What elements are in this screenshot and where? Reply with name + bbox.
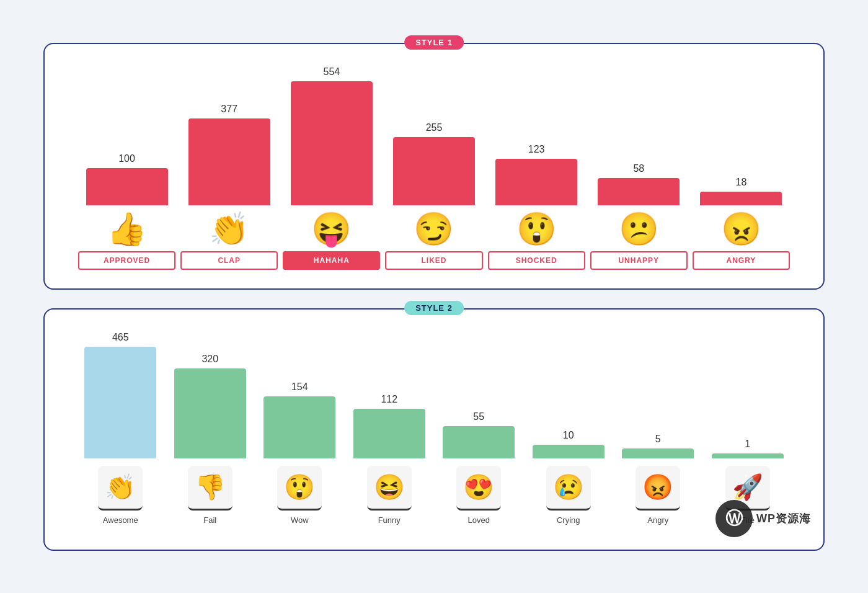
- bar-column: 112: [345, 394, 435, 458]
- emoji-label: Crying: [557, 515, 580, 525]
- style1-badge: STYLE 1: [404, 35, 464, 50]
- style1-emoji-row: 👍👏😝😏😲😕😠: [76, 213, 792, 245]
- emoji-box: 😢: [546, 466, 591, 511]
- emoji-label: Awesome: [103, 515, 138, 525]
- emoji-icon: 👍: [107, 213, 147, 245]
- emoji-box: 👏: [98, 466, 143, 511]
- style1-label-row[interactable]: APPROVEDCLAPHAHAHALIKEDSHOCKEDUNHAPPYANG…: [76, 251, 792, 270]
- label-button[interactable]: LIKED: [385, 251, 482, 270]
- label-button[interactable]: CLAP: [180, 251, 278, 270]
- wp-icon: Ⓦ: [715, 500, 753, 537]
- emoji-item: 😏: [383, 213, 485, 245]
- emoji-item: 👏: [178, 213, 280, 245]
- emoji-label: Funny: [378, 515, 401, 525]
- bar-value: 5: [655, 434, 661, 445]
- emoji-item2[interactable]: 😆Funny: [345, 466, 435, 525]
- emoji-icon: 👏: [209, 213, 249, 245]
- emoji-icon: 😠: [721, 213, 761, 245]
- bar-rect: [291, 81, 373, 205]
- bar-column: 320: [166, 354, 255, 458]
- label-button[interactable]: UNHAPPY: [590, 251, 688, 270]
- watermark-text: WP资源海: [756, 511, 811, 526]
- style2-chart: 465320154112551051: [76, 334, 792, 458]
- bar-value: 100: [118, 153, 135, 164]
- bar-column: 100: [76, 153, 178, 205]
- bar-rect: [495, 159, 577, 205]
- bar-column: 1: [703, 439, 793, 458]
- bar-value: 554: [324, 66, 340, 78]
- bar-rect: [86, 168, 168, 205]
- bar-value: 112: [381, 394, 397, 405]
- bar-value: 58: [633, 163, 644, 174]
- bar-rect: [264, 396, 335, 458]
- bar-column: 255: [383, 122, 485, 205]
- bar-rect: [533, 445, 604, 458]
- emoji-item2[interactable]: 😍Loved: [434, 466, 524, 525]
- emoji-box: 😡: [636, 466, 680, 511]
- label-button[interactable]: ANGRY: [693, 251, 790, 270]
- bar-rect: [174, 368, 246, 458]
- bar-value: 255: [426, 122, 443, 133]
- emoji-label: Fail: [203, 515, 216, 525]
- bar-rect: [188, 118, 270, 205]
- main-container: STYLE 1 1003775542551235818 👍👏😝😏😲😕😠 APPR…: [43, 43, 825, 551]
- emoji-item: 😠: [690, 213, 792, 245]
- emoji-icon: 😏: [414, 213, 454, 245]
- emoji-item: 😲: [485, 213, 588, 245]
- style2-panel: STYLE 2 465320154112551051 👏Awesome👎Fail…: [43, 308, 825, 551]
- bar-column: 18: [690, 177, 792, 205]
- bar-value: 320: [202, 354, 218, 365]
- emoji-item: 😕: [588, 213, 690, 245]
- style2-emoji-row: 👏Awesome👎Fail😲Wow😆Funny😍Loved😢Crying😡Ang…: [76, 466, 792, 525]
- bar-column: 154: [255, 381, 345, 458]
- label-button[interactable]: APPROVED: [78, 251, 175, 270]
- emoji-item2[interactable]: 😲Wow: [255, 466, 345, 525]
- bar-value: 55: [473, 411, 484, 422]
- bar-value: 18: [736, 177, 747, 188]
- bar-value: 154: [291, 381, 308, 393]
- style2-badge: STYLE 2: [404, 301, 464, 315]
- bar-rect: [712, 453, 784, 458]
- emoji-icon: 😝: [311, 213, 352, 245]
- emoji-icon: 😕: [619, 213, 659, 245]
- bar-value: 465: [112, 332, 129, 343]
- emoji-box: 😲: [277, 466, 322, 511]
- bar-rect: [598, 178, 680, 205]
- bar-column: 377: [178, 104, 280, 205]
- bar-rect: [622, 448, 694, 458]
- bar-rect: [700, 192, 782, 205]
- bar-value: 377: [221, 104, 237, 115]
- bar-rect: [393, 137, 475, 205]
- style1-chart: 1003775542551235818: [76, 69, 792, 205]
- emoji-item2[interactable]: 👏Awesome: [76, 466, 166, 525]
- emoji-item: 👍: [76, 213, 178, 245]
- bar-value: 10: [563, 430, 574, 441]
- bar-column: 55: [434, 411, 524, 458]
- watermark: Ⓦ WP资源海: [715, 500, 811, 537]
- emoji-item: 😝: [280, 213, 383, 245]
- bar-column: 465: [76, 332, 166, 458]
- emoji-label: Wow: [291, 515, 309, 525]
- bar-column: 58: [588, 163, 690, 205]
- emoji-box: 😍: [456, 466, 501, 511]
- emoji-box: 👎: [188, 466, 232, 511]
- bar-rect: [84, 347, 156, 458]
- label-button[interactable]: HAHAHA: [283, 251, 380, 270]
- bar-value: 1: [745, 439, 750, 450]
- bar-column: 123: [485, 144, 588, 205]
- bar-rect: [353, 409, 425, 458]
- emoji-label: Angry: [647, 515, 668, 525]
- bar-rect: [443, 426, 515, 458]
- bar-value: 123: [528, 144, 545, 155]
- emoji-item2[interactable]: 👎Fail: [166, 466, 255, 525]
- emoji-item2[interactable]: 😢Crying: [524, 466, 614, 525]
- emoji-box: 😆: [367, 466, 412, 511]
- bar-column: 10: [524, 430, 614, 458]
- emoji-label: Loved: [468, 515, 490, 525]
- bar-column: 554: [280, 66, 383, 205]
- emoji-item2[interactable]: 😡Angry: [613, 466, 703, 525]
- bar-column: 5: [613, 434, 703, 458]
- style1-panel: STYLE 1 1003775542551235818 👍👏😝😏😲😕😠 APPR…: [43, 43, 825, 290]
- label-button[interactable]: SHOCKED: [488, 251, 585, 270]
- emoji-icon: 😲: [516, 213, 557, 245]
